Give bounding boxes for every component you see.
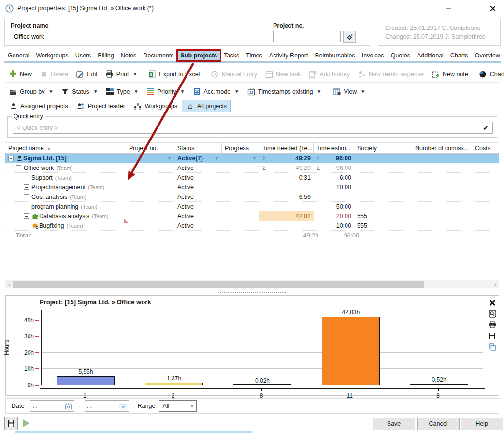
calendar-icon[interactable]: 12 — [65, 403, 72, 410]
expand-expander-icon[interactable] — [24, 184, 29, 190]
acc-mode-button[interactable]: Acc.mode▼ — [189, 85, 244, 98]
table-row-bugfixing[interactable]: Bugfixing(Team) Active 10:00 555 — [5, 221, 499, 231]
print-button[interactable]: Print▼ — [101, 68, 142, 80]
tab-workgroups[interactable]: Workgroups — [32, 50, 72, 61]
col-society[interactable]: Society — [354, 143, 412, 153]
add-history-button[interactable]: Add history — [304, 68, 354, 80]
table-row-cost-analysis[interactable]: Cost analysis(Team) Active 6:56 — [5, 192, 499, 202]
cancel-button[interactable]: Cancel — [417, 418, 460, 430]
col-project-name[interactable]: Project name▲ — [5, 143, 126, 153]
collapse-expander-icon[interactable] — [8, 156, 14, 161]
tab-quotes[interactable]: Quotes — [388, 50, 414, 61]
project-name-input[interactable] — [11, 31, 270, 42]
tab-documents[interactable]: Documents — [140, 50, 177, 61]
group-by-dropdown-icon[interactable]: ▼ — [48, 89, 53, 94]
table-row-program-planning[interactable]: program planning(Team) Active 50:00 — [5, 202, 499, 211]
edit-button[interactable]: Edit — [72, 68, 101, 80]
project-no-input[interactable] — [273, 31, 341, 42]
horizontal-scrollbar[interactable]: ‹ › — [5, 280, 499, 288]
close-chart-icon[interactable] — [488, 298, 496, 307]
close-button[interactable] — [481, 1, 504, 15]
new-reimb-expense-button[interactable]: New reimb. expense — [354, 68, 428, 80]
priority-dropdown-icon[interactable]: ▼ — [180, 89, 185, 94]
col-time-estim[interactable]: Time estim... — [314, 143, 354, 153]
tab-times[interactable]: Times — [243, 50, 266, 61]
cell-dropdown-icon[interactable]: ▼ — [215, 156, 219, 161]
run-button[interactable] — [19, 417, 33, 430]
table-row-sigma-ltd[interactable]: Sigma Ltd. [15] ▼ Active(7)▼ ▼ Σ49:29 Σ9… — [5, 154, 499, 163]
table-row-office-work[interactable]: Office work(Team) Active Σ49:29 Σ96:00 — [5, 163, 499, 173]
cell-dropdown-icon[interactable]: ▼ — [167, 156, 172, 161]
cell-dropdown-icon[interactable]: ▼ — [252, 156, 257, 161]
tab-notes[interactable]: Notes — [117, 50, 140, 61]
col-costs[interactable]: Costs — [472, 143, 497, 153]
status-filter-button[interactable]: Status▼ — [57, 85, 101, 98]
scroll-right-icon[interactable]: › — [491, 280, 499, 288]
col-project-no[interactable]: Project no. — [126, 143, 174, 153]
print-dropdown-icon[interactable]: ▼ — [132, 71, 137, 77]
type-filter-button[interactable]: Type▼ — [102, 85, 143, 98]
chart-preview-icon[interactable] — [488, 309, 496, 318]
date-to-input[interactable]: . . 12 — [85, 400, 129, 412]
expand-expander-icon[interactable] — [24, 194, 29, 199]
tab-billing[interactable]: Billing — [94, 50, 117, 61]
quick-entry-input[interactable]: < Quick entry > ✔ — [13, 122, 493, 134]
timestamps-existing-button[interactable]: 12Timestamps existing▼ — [243, 85, 325, 98]
project-no-settings-button[interactable] — [343, 31, 356, 43]
manual-entry-button[interactable]: Manual Entry — [206, 68, 261, 80]
type-dropdown-icon[interactable]: ▼ — [134, 89, 139, 94]
tab-invoices[interactable]: Invoices — [359, 50, 388, 61]
quick-save-button[interactable] — [4, 417, 18, 430]
col-status[interactable]: Status — [174, 143, 222, 153]
expand-expander-icon[interactable] — [24, 223, 29, 228]
chart-print-icon[interactable] — [488, 321, 496, 329]
tab-overview[interactable]: Overview — [472, 50, 504, 61]
tab-charts[interactable]: Charts — [447, 50, 472, 61]
new-note-button[interactable]: New note — [428, 68, 472, 80]
range-select[interactable]: All ˅ — [159, 400, 197, 412]
export-to-excel-button[interactable]: Export to Excel — [144, 68, 203, 80]
minimize-button[interactable] — [437, 1, 459, 15]
tab-activity-report[interactable]: Activity Report — [266, 50, 312, 61]
expand-expander-icon[interactable] — [24, 213, 29, 219]
tab-additional[interactable]: Additional — [414, 50, 447, 61]
quick-entry-confirm-icon[interactable]: ✔ — [483, 124, 489, 132]
maximize-button[interactable] — [459, 1, 481, 15]
view-dropdown-icon[interactable]: ▼ — [360, 89, 365, 94]
all-projects-button[interactable]: ⌂All projects — [182, 100, 231, 112]
assigned-projects-button[interactable]: Assigned projects — [5, 100, 72, 112]
collapse-expander-icon[interactable] — [16, 165, 21, 170]
help-button[interactable]: Help — [461, 418, 503, 430]
col-number-of-comiss[interactable]: Number of comiss... — [412, 143, 472, 153]
status-dropdown-icon[interactable]: ▼ — [93, 89, 98, 94]
date-from-input[interactable]: . . 12 — [30, 400, 74, 412]
tab-sub-projects[interactable]: Sub projects — [177, 50, 221, 61]
chart-button[interactable]: Chart▼ — [475, 68, 504, 80]
group-by-button[interactable]: Group by▼ — [5, 85, 57, 98]
acc-mode-dropdown-icon[interactable]: ▼ — [234, 89, 239, 94]
workgroups-button[interactable]: Workgroups — [130, 100, 182, 112]
expand-expander-icon[interactable] — [24, 175, 29, 180]
scroll-left-icon[interactable]: ‹ — [5, 280, 13, 288]
table-row-support[interactable]: Support(Team) Active 0:31 6:00 — [5, 173, 499, 182]
new-task-button[interactable]: New task — [261, 68, 304, 80]
delete-button[interactable]: ✖Delete — [36, 68, 72, 80]
view-button[interactable]: View▼ — [329, 85, 369, 98]
save-button[interactable]: Save — [373, 418, 415, 430]
scrollbar-thumb[interactable] — [13, 281, 424, 288]
timestamps-dropdown-icon[interactable]: ▼ — [317, 89, 321, 94]
tab-general[interactable]: General — [4, 50, 32, 61]
new-button[interactable]: ✚New — [5, 68, 36, 80]
panel-splitter[interactable] — [5, 291, 499, 294]
project-leader-button[interactable]: Project leader — [72, 100, 130, 112]
col-time-needed[interactable]: Time needed (Te... — [259, 143, 314, 153]
expand-expander-icon[interactable] — [24, 204, 29, 209]
col-progress[interactable]: Progress — [222, 143, 259, 153]
chart-save-icon[interactable] — [488, 332, 496, 340]
calendar-icon[interactable]: 12 — [119, 403, 127, 410]
priority-filter-button[interactable]: Priority▼ — [143, 85, 189, 98]
table-row-projectmanagement[interactable]: Projectmanagement(Team) Active 10:00 — [5, 182, 499, 192]
tab-tasks[interactable]: Tasks — [220, 50, 243, 61]
tab-users[interactable]: Users — [72, 50, 95, 61]
tab-reimbursables[interactable]: Reimbursables — [311, 50, 358, 61]
